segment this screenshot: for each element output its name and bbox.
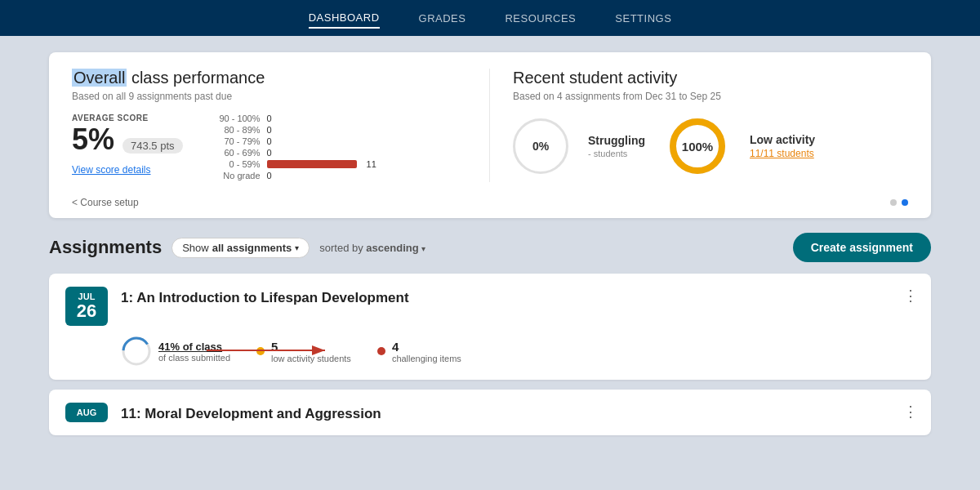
filter-chevron-icon: ▾ — [295, 243, 299, 252]
low-activity-pct: 100% — [682, 140, 713, 154]
assignment-top-2: AUG 11: Moral Development and Aggression — [65, 403, 915, 422]
low-activity-dot-icon — [256, 347, 265, 355]
count-0: 11 — [367, 159, 378, 169]
activity-section: Recent student activity Based on 4 assig… — [490, 69, 908, 182]
assignment-menu-1[interactable]: ⋮ — [903, 287, 918, 305]
date-month-2: AUG — [74, 408, 100, 417]
bar-0-59 — [267, 160, 357, 168]
dot-2[interactable] — [902, 199, 908, 206]
main-content: Overall class performance Based on all 9… — [0, 36, 980, 490]
assignments-header: Assignments Show all assignments ▾ sorte… — [49, 233, 931, 262]
date-badge-1: JUL 26 — [65, 287, 108, 326]
low-activity-donut: 100% — [665, 114, 730, 179]
create-assignment-button[interactable]: Create assignment — [793, 233, 931, 262]
sort-bold: ascending — [366, 242, 418, 254]
performance-subtitle: Based on all 9 assignments past due — [72, 91, 466, 102]
assignments-section: Assignments Show all assignments ▾ sorte… — [49, 233, 931, 435]
performance-section: Overall class performance Based on all 9… — [72, 69, 490, 182]
low-activity-stat: 5 low activity students — [256, 340, 351, 363]
submitted-pct[interactable]: 41% of class — [158, 341, 230, 353]
nav-dashboard[interactable]: DASHBOARD — [309, 8, 380, 29]
nav-settings[interactable]: SETTINGS — [615, 9, 671, 28]
assignment-top-1: JUL 26 1: An Introduction to Lifespan De… — [65, 287, 915, 326]
date-badge-2: AUG — [65, 403, 108, 422]
dot-1[interactable] — [890, 199, 897, 206]
assignment-stats-1: 41% of class of class submitted 5 low ac… — [121, 336, 915, 367]
card-footer: < Course setup — [72, 189, 908, 218]
challenging-count-block: 4 challenging items — [392, 340, 461, 363]
score-row-0: 0 - 59% 11 — [216, 159, 378, 169]
struggling-text: Struggling - students — [588, 134, 645, 158]
submitted-text: 41% of class of class submitted — [158, 341, 230, 363]
assignment-name-2[interactable]: 11: Moral Development and Aggression — [121, 403, 381, 422]
score-row-90: 90 - 100% 0 — [216, 114, 378, 123]
nav-resources[interactable]: RESOURCES — [505, 9, 576, 28]
main-nav: DASHBOARD GRADES RESOURCES SETTINGS — [309, 8, 672, 29]
count-90: 0 — [267, 114, 278, 123]
submitted-pie — [121, 336, 152, 367]
assignment-card-2: AUG 11: Moral Development and Aggression… — [49, 390, 931, 435]
range-ng: No grade — [216, 171, 261, 180]
score-row-ng: No grade 0 — [216, 171, 378, 180]
challenging-label: challenging items — [392, 354, 461, 363]
assignment-menu-2[interactable]: ⋮ — [903, 403, 918, 421]
range-90: 90 - 100% — [216, 114, 261, 123]
struggling-label: Struggling — [588, 134, 645, 147]
submitted-pct-value: 41% — [158, 341, 180, 353]
title-rest: class performance — [127, 69, 265, 87]
title-highlight: Overall — [72, 69, 127, 87]
activity-subtitle: Based on 4 assignments from Dec 31 to Se… — [513, 91, 908, 102]
count-70: 0 — [267, 136, 278, 146]
avg-pts: 743.5 pts — [122, 138, 183, 154]
low-activity-count-block: 5 low activity students — [271, 340, 351, 363]
score-distribution: 90 - 100% 0 80 - 89% 0 70 - 79% 0 60 - — [216, 114, 378, 182]
low-activity-text: Low activity 11/11 students — [750, 133, 815, 159]
range-80: 80 - 89% — [216, 125, 261, 135]
assignment-name-1[interactable]: 1: An Introduction to Lifespan Developme… — [121, 287, 409, 306]
sort-chevron-icon: ▾ — [421, 244, 425, 253]
sort-text: sorted by ascending ▾ — [319, 242, 425, 254]
avg-score-block: AVERAGE SCORE 5% 743.5 pts View score de… — [72, 114, 183, 176]
struggling-sub: - students — [588, 149, 645, 158]
avg-score-label: AVERAGE SCORE — [72, 114, 183, 122]
assignments-left: Assignments Show all assignments ▾ sorte… — [49, 237, 425, 258]
range-0: 0 - 59% — [216, 159, 261, 169]
assignments-title: Assignments — [49, 237, 162, 258]
filter-dropdown[interactable]: Show all assignments ▾ — [172, 238, 310, 258]
struggling-circle: 0% — [513, 118, 568, 174]
count-ng: 0 — [267, 171, 278, 180]
dashboard-card: Overall class performance Based on all 9… — [49, 52, 931, 218]
sort-prefix: sorted by — [319, 242, 366, 254]
low-activity-link[interactable]: 11/11 students — [750, 148, 815, 159]
challenging-count: 4 — [392, 340, 461, 354]
submitted-label: of class submitted — [158, 353, 230, 363]
score-row-80: 80 - 89% 0 — [216, 125, 378, 135]
view-score-link[interactable]: View score details — [72, 164, 151, 176]
assignment-card-1: JUL 26 1: An Introduction to Lifespan De… — [49, 274, 931, 380]
low-activity-stat-label: low activity students — [271, 354, 351, 363]
performance-title: Overall class performance — [72, 69, 466, 87]
header: DASHBOARD GRADES RESOURCES SETTINGS — [0, 0, 980, 36]
activity-row: 0% Struggling - students 100% — [513, 114, 908, 179]
range-70: 70 - 79% — [216, 136, 261, 146]
count-80: 0 — [267, 125, 278, 135]
range-60: 60 - 69% — [216, 148, 261, 158]
pagination-dots — [890, 199, 908, 206]
challenging-dot-icon — [377, 347, 385, 355]
challenging-stat: 4 challenging items — [377, 340, 461, 363]
low-activity-count: 5 — [271, 340, 351, 354]
submitted-stat: 41% of class of class submitted — [121, 336, 230, 367]
score-row-60: 60 - 69% 0 — [216, 148, 378, 158]
filter-bold: all assignments — [212, 242, 292, 254]
activity-title: Recent student activity — [513, 69, 908, 87]
avg-pct: 5% — [72, 122, 114, 157]
filter-prefix: Show — [182, 242, 209, 254]
date-day-1: 26 — [74, 301, 100, 321]
low-activity-label: Low activity — [750, 133, 815, 146]
score-row-70: 70 - 79% 0 — [216, 136, 378, 146]
count-60: 0 — [267, 148, 278, 158]
course-setup-link[interactable]: < Course setup — [72, 197, 139, 208]
struggling-block: 0% — [513, 118, 568, 174]
nav-grades[interactable]: GRADES — [419, 9, 466, 28]
